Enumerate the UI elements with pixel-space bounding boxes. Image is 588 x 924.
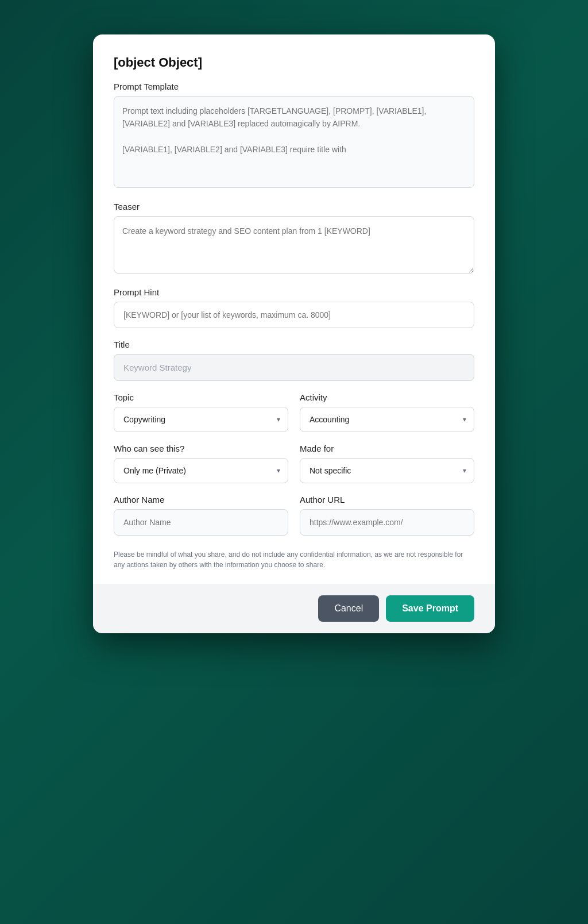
author-url-group: Author URL <box>300 495 474 536</box>
madefor-select-wrapper: Not specific ChatGPT GPT-4 DALL-E ▾ <box>300 458 474 483</box>
author-name-group: Author Name <box>114 495 288 536</box>
topic-select-wrapper: Copywriting Marketing SEO Writing ▾ <box>114 407 288 432</box>
teaser-label: Teaser <box>114 202 474 211</box>
visibility-group: Who can see this? Only me (Private) Ever… <box>114 444 288 483</box>
modal-title: [object Object] <box>114 55 474 70</box>
save-prompt-button[interactable]: Save Prompt <box>386 595 474 622</box>
visibility-madefor-row: Who can see this? Only me (Private) Ever… <box>114 444 474 483</box>
author-url-label: Author URL <box>300 495 474 505</box>
visibility-label: Who can see this? <box>114 444 288 453</box>
author-row: Author Name Author URL <box>114 495 474 536</box>
author-url-input[interactable] <box>300 509 474 536</box>
prompt-template-label: Prompt Template <box>114 82 474 91</box>
activity-label: Activity <box>300 392 474 402</box>
prompt-template-textarea[interactable] <box>114 96 474 188</box>
title-label: Title <box>114 340 474 349</box>
author-name-input[interactable] <box>114 509 288 536</box>
activity-select-wrapper: Accounting Marketing Sales Support ▾ <box>300 407 474 432</box>
disclaimer-text: Please be mindful of what you share, and… <box>114 549 474 584</box>
madefor-group: Made for Not specific ChatGPT GPT-4 DALL… <box>300 444 474 483</box>
title-input[interactable] <box>114 354 474 381</box>
visibility-select[interactable]: Only me (Private) Everyone (Public) My T… <box>114 458 288 483</box>
prompt-hint-input[interactable] <box>114 302 474 328</box>
madefor-label: Made for <box>300 444 474 453</box>
topic-group: Topic Copywriting Marketing SEO Writing … <box>114 392 288 432</box>
author-name-label: Author Name <box>114 495 288 505</box>
prompt-hint-label: Prompt Hint <box>114 287 474 297</box>
teaser-textarea[interactable] <box>114 216 474 274</box>
activity-group: Activity Accounting Marketing Sales Supp… <box>300 392 474 432</box>
visibility-select-wrapper: Only me (Private) Everyone (Public) My T… <box>114 458 288 483</box>
topic-label: Topic <box>114 392 288 402</box>
activity-select[interactable]: Accounting Marketing Sales Support <box>300 407 474 432</box>
cancel-button[interactable]: Cancel <box>318 595 379 622</box>
modal-wrapper: [object Object] Prompt Template Teaser P… <box>93 34 495 633</box>
modal-dialog: [object Object] Prompt Template Teaser P… <box>93 34 495 633</box>
topic-activity-row: Topic Copywriting Marketing SEO Writing … <box>114 392 474 432</box>
topic-select[interactable]: Copywriting Marketing SEO Writing <box>114 407 288 432</box>
modal-footer: Cancel Save Prompt <box>93 584 495 633</box>
madefor-select[interactable]: Not specific ChatGPT GPT-4 DALL-E <box>300 458 474 483</box>
